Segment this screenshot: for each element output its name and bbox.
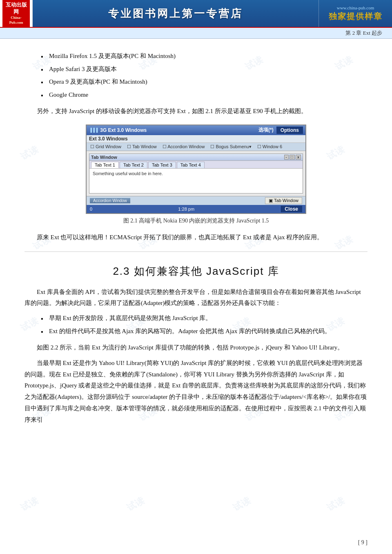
menu-accordion[interactable]: ☐ Accordion Window — [161, 144, 206, 150]
status-close-btn[interactable]: Close — [280, 206, 302, 212]
chapter-band: 第 2 章 Ext 起步 — [0, 28, 392, 39]
main-content: Mozilla Firefox 1.5 及更高版本(PC 和 Macintosh… — [0, 39, 392, 442]
tab-window-icon: ▣ — [269, 198, 273, 203]
inner-win-buttons: - □ x — [284, 155, 301, 160]
list-item: Apple Safari 3 及更高版本 — [41, 64, 368, 75]
status-time: 1:28 pm — [178, 207, 194, 211]
watermark-21: 试读 — [18, 494, 40, 514]
browser-list: Mozilla Firefox 1.5 及更高版本(PC 和 Macintosh… — [41, 51, 368, 100]
paragraph-4: 如图 2.2 所示，当前 Ext 为流行的 JavaScript 库提供了功能的… — [24, 342, 368, 354]
watermark-22: 试读 — [125, 494, 146, 514]
logo-box: 互动出版网 China-Pub.com — [2, 0, 30, 27]
figure-2-1: ▐▐▐ 3G Ext 3.0 Windows 选项(*) Options Ext… — [78, 125, 314, 225]
inner-tab-content: Something useful would be in here. — [89, 169, 303, 193]
watermark-24: 试读 — [325, 494, 346, 514]
header-banner: 独家提供样章 — [329, 11, 383, 22]
logo-top: 互动出版网 — [5, 2, 27, 16]
adapter-list: 早期 Ext 的开发阶段，其底层代码是依附其他 JavaScript 库。 Ex… — [41, 313, 368, 336]
phone-title-text: 3G Ext 3.0 Windows — [100, 127, 147, 133]
phone-titlebar: ▐▐▐ 3G Ext 3.0 Windows 选项(*) Options — [87, 125, 305, 135]
logo-area: 互动出版网 China-Pub.com — [0, 0, 33, 27]
menu-grid-window[interactable]: ☐ Grid Window — [89, 144, 122, 150]
divider — [24, 251, 368, 252]
header-right: www.china-pub.com 独家提供样章 — [318, 0, 392, 27]
phone-signal-text: 选项(*) — [258, 127, 274, 133]
list-item: Mozilla Firefox 1.5 及更高版本(PC 和 Macintosh… — [41, 51, 368, 62]
menu-bogus[interactable]: ☐ Bogus Submenu▾ — [209, 144, 252, 150]
phone-status-bar: 0 1:28 pm Close — [87, 205, 305, 213]
menu-window6[interactable]: ☐ Window 6 — [256, 144, 283, 150]
logo-bottom: China-Pub.com — [5, 16, 27, 25]
paragraph-5: 当最早期 Ext 还是作为 Yahoo UI! Library(简称 YUI)的… — [24, 358, 368, 426]
phone-bottom-bar: Accordion Window ▣ Tab Window — [87, 196, 305, 205]
tab-4[interactable]: Tab Text 4 — [177, 162, 205, 168]
paragraph-2: 原来 Ext 也可以这样地用！ECMAScript 开拓了我们的眼界，也真正地拓… — [24, 232, 368, 243]
paragraph-3: Ext 库具备全面的 API，尝试着为我们提供完整的整合开发平台，但是如果结合遗… — [24, 287, 368, 309]
inner-title-text: Tab Window — [91, 155, 117, 160]
maximize-btn[interactable]: □ — [290, 155, 295, 160]
minimize-btn[interactable]: - — [284, 155, 289, 160]
header-center: 专业图书网上第一专营店 — [33, 0, 318, 27]
tab-1[interactable]: Tab Text 1 — [91, 162, 119, 168]
tab-2[interactable]: Tab Text 2 — [120, 162, 147, 168]
phone-options-btn[interactable]: Options — [276, 127, 303, 134]
list-item: Google Chrome — [41, 90, 368, 100]
phone-menu-bar: ☐ Grid Window ☐ Tab Window ☐ Accordion W… — [87, 143, 305, 151]
tab-window-label: Tab Window — [274, 198, 298, 203]
accordion-tab-btn[interactable]: Accordion Window — [90, 198, 130, 203]
tab-window-btn[interactable]: ▣ Tab Window — [265, 197, 302, 204]
header-title: 专业图书网上第一专营店 — [108, 7, 243, 21]
close-btn[interactable]: x — [296, 155, 301, 160]
phone-screenshot: ▐▐▐ 3G Ext 3.0 Windows 选项(*) Options Ext… — [86, 125, 306, 214]
section-heading-2-3: 2.3 如何兼容其他 JavaScript 库 — [24, 264, 368, 278]
status-left: 0 — [90, 207, 92, 211]
menu-tab-window[interactable]: ☐ Tab Window — [126, 144, 158, 150]
signal-icon: ▐▐▐ — [89, 128, 98, 132]
paragraph-1: 另外，支持 JavaScript 的移动设备的浏览器亦可支持 Ext，如图 2.… — [24, 106, 368, 117]
inner-tab-window: Tab Window - □ x Tab Text 1 Tab Text 2 T… — [89, 154, 303, 194]
inner-tab-bar: Tab Text 1 Tab Text 2 Tab Text 3 Tab Tex… — [89, 161, 303, 169]
figure-caption: 图 2.1 高端手机 Nokia E90 内嵌的浏览器支持 JavaScript… — [123, 217, 269, 225]
watermark-23: 试读 — [231, 494, 252, 514]
tab-3[interactable]: Tab Text 3 — [148, 162, 176, 168]
list-item: Opera 9 及更高版本(PC 和 Macintosh) — [41, 77, 368, 87]
inner-titlebar: Tab Window - □ x — [89, 154, 303, 161]
header-url: www.china-pub.com — [337, 5, 374, 10]
phone-subtitle: Ext 3.0 Windows — [87, 135, 305, 143]
page-header: 互动出版网 China-Pub.com 专业图书网上第一专营店 www.chin… — [0, 0, 392, 28]
list-item-2-1: 早期 Ext 的开发阶段，其底层代码是依附其他 JavaScript 库。 — [41, 313, 368, 324]
phone-titlebar-left: ▐▐▐ 3G Ext 3.0 Windows — [89, 127, 147, 133]
page-number: [ 9 ] — [358, 539, 368, 546]
list-item-2-2: Ext 的组件代码不是按其他 Ajax 库的风格写的。Adapter 会把其他 … — [41, 326, 368, 337]
